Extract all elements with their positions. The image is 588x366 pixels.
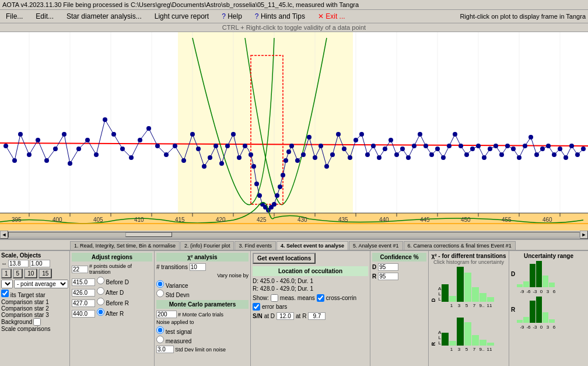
before-d-radio[interactable]: [97, 277, 104, 284]
avg-select[interactable]: 0: [1, 280, 13, 288]
after-d-radio[interactable]: [97, 287, 104, 295]
scrollbar-thumb[interactable]: [125, 232, 172, 237]
svg-point-94: [453, 132, 457, 137]
svg-point-50: [237, 155, 242, 160]
before-r-radio[interactable]: [97, 298, 104, 305]
hints-menu[interactable]: ? Hints and Tips: [251, 11, 309, 22]
r-unc-bar-2[interactable]: [523, 317, 529, 323]
avg-type-select[interactable]: - point average: [14, 280, 68, 288]
r-unc-bar-6[interactable]: [549, 319, 555, 323]
error-bars-checkbox[interactable]: [253, 303, 260, 311]
after-r-input[interactable]: [72, 310, 95, 318]
measured-radio[interactable]: [156, 336, 164, 343]
r-unc-bar-3[interactable]: [530, 301, 536, 323]
svg-point-49: [231, 132, 236, 137]
file-menu[interactable]: File...: [2, 11, 26, 22]
svg-point-52: [249, 152, 253, 157]
scroll-left-btn[interactable]: ◄: [0, 231, 8, 239]
svg-text:435: 435: [338, 217, 348, 223]
uncertainty-title: Uncertainty range: [511, 253, 586, 259]
svg-point-45: [208, 155, 212, 160]
star-diameter-menu[interactable]: Star diameter analysis...: [63, 11, 145, 22]
d-unc-bar-6[interactable]: [549, 283, 555, 287]
r-unc-bars[interactable]: [517, 297, 586, 323]
d-unc-bar-5[interactable]: [542, 276, 548, 287]
svg-point-97: [470, 147, 475, 151]
btn-1[interactable]: 1: [1, 269, 12, 278]
d-bar-1[interactable]: [442, 284, 449, 302]
tab-6[interactable]: 6. Camera corrections & final times Even…: [404, 241, 516, 250]
svg-text:445: 445: [420, 217, 430, 223]
get-event-btn[interactable]: Get event locations: [253, 253, 316, 264]
d-bar-3[interactable]: [464, 273, 471, 302]
scale-row1: ↔: [1, 260, 68, 267]
svg-point-20: [4, 144, 8, 148]
d-unc-bar-1[interactable]: [517, 284, 523, 287]
r-bar-2[interactable]: [457, 318, 464, 346]
svg-point-74: [336, 132, 341, 137]
btn-10[interactable]: 10: [24, 269, 37, 278]
r-conf-input[interactable]: [378, 273, 398, 280]
tab-3[interactable]: 3. Find events: [235, 241, 276, 250]
r-bar-5[interactable]: [480, 340, 487, 346]
before-d-input[interactable]: [72, 278, 95, 286]
means-checkbox[interactable]: [271, 294, 278, 302]
r-unc-bar-5[interactable]: [542, 312, 548, 323]
svg-point-82: [383, 147, 387, 151]
transitions-input[interactable]: [190, 263, 206, 271]
exit-menu[interactable]: ✕ Exit ...: [314, 11, 349, 22]
svg-point-36: [138, 138, 142, 142]
points-outside-input[interactable]: [72, 266, 88, 273]
d-bar-4[interactable]: [472, 287, 479, 302]
tab-4[interactable]: 4. Select event to analyse: [276, 241, 348, 250]
r-unc-bar-1[interactable]: [517, 320, 523, 323]
edit-menu[interactable]: Edit...: [32, 11, 57, 22]
scroll-right-btn[interactable]: ►: [580, 231, 588, 239]
d-bar-5[interactable]: [480, 293, 487, 302]
cross-corr-checkbox[interactable]: [317, 294, 324, 302]
btn-5[interactable]: 5: [13, 269, 23, 278]
stddevn-radio[interactable]: [156, 290, 164, 297]
test-signal-radio[interactable]: [156, 326, 164, 334]
mc-input[interactable]: [156, 311, 177, 318]
d-unc-bar-2[interactable]: [523, 281, 529, 287]
target-checkbox[interactable]: [1, 290, 9, 297]
svg-point-90: [429, 152, 434, 157]
svg-point-55: [257, 193, 262, 198]
background-checkbox[interactable]: [33, 318, 41, 326]
before-r-input[interactable]: [72, 299, 95, 307]
variance-radio[interactable]: [156, 280, 164, 288]
after-r-radio[interactable]: [97, 308, 104, 316]
std-dev-input[interactable]: [156, 346, 174, 353]
d-histogram[interactable]: D ALL: [430, 267, 507, 302]
tab-1[interactable]: 1. Read, Integrity, Set time, Bin & norm…: [70, 241, 180, 250]
d-unc-bar-4[interactable]: [536, 261, 542, 287]
light-curve-menu[interactable]: Light curve report: [151, 11, 212, 22]
d-unc-bars[interactable]: [517, 261, 586, 287]
r-histogram[interactable]: R ALL: [430, 311, 507, 346]
btn-15[interactable]: 15: [38, 269, 52, 278]
after-d-input[interactable]: [72, 289, 95, 297]
svg-point-43: [196, 147, 201, 151]
r-uncertainty-row: R: [511, 297, 586, 323]
r-bar-3[interactable]: [464, 322, 471, 346]
d-conf-input[interactable]: [378, 263, 398, 271]
r-unc-bar-4[interactable]: [536, 297, 542, 323]
occultation-line2: R: 428.0 - 429.0; Dur. 1: [253, 285, 368, 292]
help-menu[interactable]: ? Help: [218, 11, 246, 22]
comp2-row: Comparison star 2: [1, 305, 68, 312]
d-bar-6[interactable]: [487, 297, 494, 302]
r-bar-6[interactable]: [487, 343, 494, 346]
chart-scrollbar[interactable]: ◄ ►: [0, 231, 588, 239]
r-bar-1[interactable]: [442, 333, 449, 346]
tab-2[interactable]: 2. (info) Fourier plot: [180, 241, 235, 250]
scale-input1[interactable]: [8, 260, 29, 267]
scrollbar-track[interactable]: [8, 232, 580, 238]
scale-input2[interactable]: [30, 260, 50, 267]
d-bar-2[interactable]: [457, 267, 464, 302]
r-bar-4[interactable]: [472, 335, 479, 346]
at-r-value: 9.7: [308, 312, 326, 320]
svg-point-23: [27, 152, 32, 157]
d-unc-bar-3[interactable]: [530, 264, 536, 287]
tab-5[interactable]: 5. Analyse event #1: [349, 241, 403, 250]
